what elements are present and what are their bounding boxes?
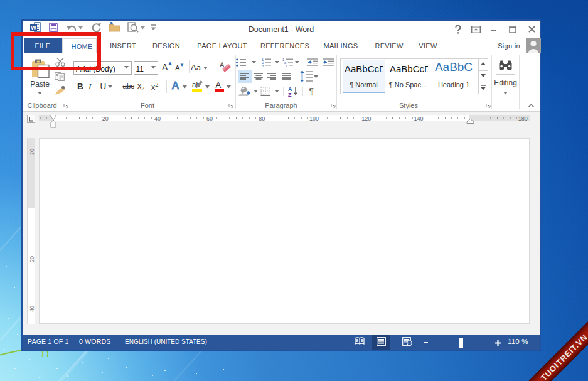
- svg-text:Z: Z: [288, 91, 292, 97]
- svg-text:i: i: [286, 64, 287, 67]
- svg-text:W: W: [31, 24, 36, 31]
- svg-text:3: 3: [262, 64, 264, 67]
- svg-text:A: A: [220, 61, 225, 68]
